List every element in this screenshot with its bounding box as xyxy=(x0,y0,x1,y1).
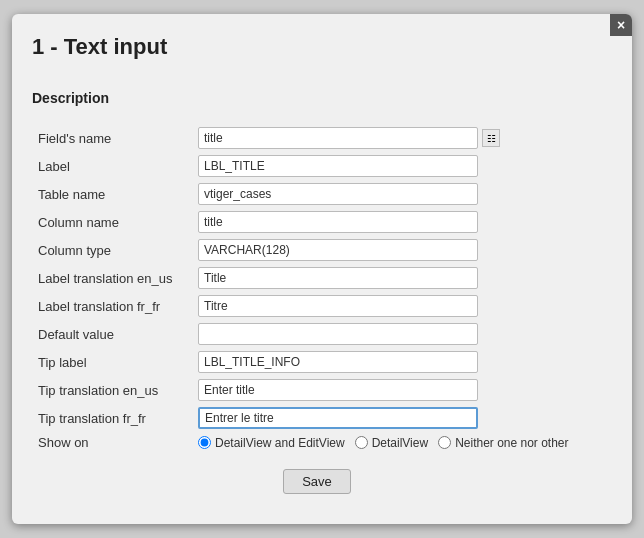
table-row: Tip label xyxy=(32,348,602,376)
tip-label-input[interactable] xyxy=(198,351,478,373)
field-icon-button[interactable]: ☷ xyxy=(482,129,500,147)
radio-label-detail-edit: DetailView and EditView xyxy=(215,436,345,450)
table-row: Table name xyxy=(32,180,602,208)
close-button[interactable]: × xyxy=(610,14,632,36)
label-translation-frfr-input[interactable] xyxy=(198,295,478,317)
radio-neither[interactable] xyxy=(438,436,451,449)
field-label: Label xyxy=(32,152,192,180)
radio-label-neither: Neither one nor other xyxy=(455,436,568,450)
field-label: Tip translation fr_fr xyxy=(32,404,192,432)
save-button-row: Save xyxy=(32,469,602,494)
field-label: Tip translation en_us xyxy=(32,376,192,404)
field-label: Label translation fr_fr xyxy=(32,292,192,320)
table-row: Field's name ☷ xyxy=(32,124,602,152)
radio-option-detail-edit[interactable]: DetailView and EditView xyxy=(198,436,345,450)
fields-name-container: ☷ xyxy=(198,127,596,149)
label-input[interactable] xyxy=(198,155,478,177)
radio-detail[interactable] xyxy=(355,436,368,449)
tip-translation-frfr-input[interactable] xyxy=(198,407,478,429)
table-row: Column type xyxy=(32,236,602,264)
label-translation-enus-input[interactable] xyxy=(198,267,478,289)
radio-detail-edit[interactable] xyxy=(198,436,211,449)
table-row: Tip translation fr_fr xyxy=(32,404,602,432)
page-title: 1 - Text input xyxy=(32,34,602,70)
field-label: Field's name xyxy=(32,124,192,152)
field-label: Label translation en_us xyxy=(32,264,192,292)
field-label: Default value xyxy=(32,320,192,348)
table-row: Label translation fr_fr xyxy=(32,292,602,320)
table-row: Default value xyxy=(32,320,602,348)
show-on-radio-group: DetailView and EditView DetailView Neith… xyxy=(198,436,596,450)
table-row: Tip translation en_us xyxy=(32,376,602,404)
modal-container: × 1 - Text input Description Field's nam… xyxy=(12,14,632,524)
table-row: Label translation en_us xyxy=(32,264,602,292)
field-label: Tip label xyxy=(32,348,192,376)
field-label: Column name xyxy=(32,208,192,236)
field-label: Show on xyxy=(32,432,192,453)
radio-label-detail: DetailView xyxy=(372,436,428,450)
table-row: Column name xyxy=(32,208,602,236)
radio-option-detail[interactable]: DetailView xyxy=(355,436,428,450)
field-label: Column type xyxy=(32,236,192,264)
table-row: Show on DetailView and EditView DetailVi… xyxy=(32,432,602,453)
radio-option-neither[interactable]: Neither one nor other xyxy=(438,436,568,450)
default-value-input[interactable] xyxy=(198,323,478,345)
table-name-input[interactable] xyxy=(198,183,478,205)
column-name-input[interactable] xyxy=(198,211,478,233)
save-button[interactable]: Save xyxy=(283,469,351,494)
section-title: Description xyxy=(32,90,602,110)
fields-name-input[interactable] xyxy=(198,127,478,149)
field-label: Table name xyxy=(32,180,192,208)
tip-translation-enus-input[interactable] xyxy=(198,379,478,401)
column-type-input[interactable] xyxy=(198,239,478,261)
table-row: Label xyxy=(32,152,602,180)
form-table: Field's name ☷ Label Table name xyxy=(32,124,602,453)
